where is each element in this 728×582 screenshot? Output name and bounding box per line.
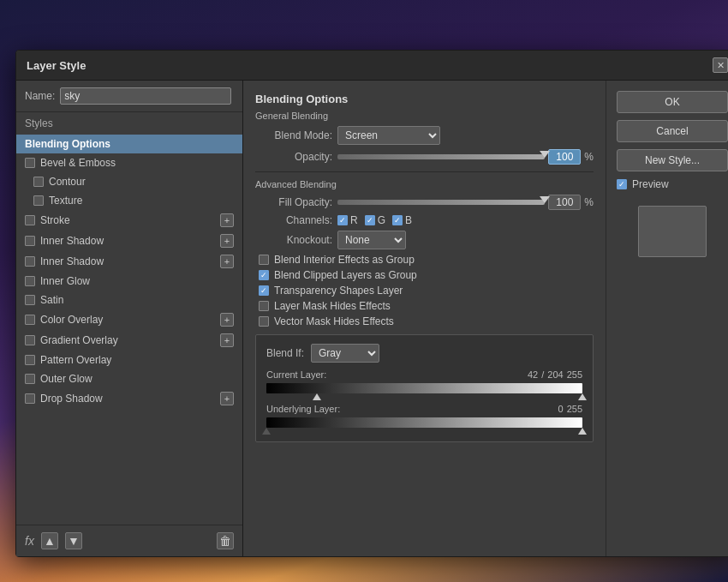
name-input[interactable]	[60, 87, 231, 105]
current-layer-handle-right	[578, 393, 587, 400]
color-overlay-add-button[interactable]: +	[220, 313, 234, 327]
inner-shadow-1-label: Inner Shadow	[40, 235, 104, 247]
blend-if-label: Blend If:	[266, 347, 304, 359]
outer-glow-label: Outer Glow	[40, 373, 92, 385]
underlying-layer-slider[interactable]	[266, 417, 582, 431]
inner-shadow-1-checkbox[interactable]	[25, 236, 35, 246]
vector-mask-checkbox[interactable]	[259, 316, 269, 327]
opacity-thumb	[540, 151, 550, 158]
name-label: Name:	[25, 90, 55, 102]
inner-shadow-1-add-button[interactable]: +	[220, 234, 234, 248]
delete-button[interactable]: 🗑	[217, 532, 234, 549]
blend-interior-checkbox[interactable]	[259, 255, 269, 265]
contour-checkbox[interactable]	[33, 177, 44, 187]
layer-mask-checkbox[interactable]	[259, 301, 269, 311]
channel-b-checkbox[interactable]	[392, 215, 403, 225]
current-layer-slider[interactable]	[266, 383, 582, 397]
styles-list: Blending Options Bevel & Emboss Contour …	[16, 133, 242, 525]
channel-r-item: R	[337, 214, 358, 226]
drop-shadow-checkbox[interactable]	[25, 393, 35, 404]
channel-r-label: R	[350, 214, 358, 226]
texture-checkbox[interactable]	[33, 195, 44, 206]
sidebar-item-texture[interactable]: Texture	[16, 191, 242, 210]
stroke-add-button[interactable]: +	[220, 213, 234, 227]
outer-glow-checkbox[interactable]	[25, 374, 35, 384]
move-up-button[interactable]: ▲	[41, 532, 58, 549]
sidebar-item-inner-glow[interactable]: Inner Glow	[16, 272, 242, 291]
gradient-overlay-checkbox[interactable]	[25, 335, 35, 345]
current-layer-val3: 255	[567, 369, 582, 380]
blend-if-row: Blend If: Gray Red Green Blue	[266, 344, 582, 363]
sidebar-item-contour[interactable]: Contour	[16, 172, 242, 191]
sidebar-item-blending-options[interactable]: Blending Options	[16, 135, 242, 153]
preview-checkbox[interactable]	[617, 179, 627, 189]
sidebar-item-outer-glow[interactable]: Outer Glow	[16, 369, 242, 388]
current-layer-label: Current Layer:	[266, 369, 326, 380]
inner-shadow-2-label: Inner Shadow	[40, 255, 104, 267]
satin-checkbox[interactable]	[25, 295, 35, 305]
fill-opacity-input[interactable]	[548, 195, 581, 210]
current-layer-gradient-bar	[266, 383, 582, 393]
sidebar-item-drop-shadow[interactable]: Drop Shadow +	[16, 388, 242, 409]
cancel-button[interactable]: Cancel	[617, 120, 728, 142]
gradient-overlay-add-button[interactable]: +	[220, 333, 234, 347]
opacity-input[interactable]	[548, 149, 581, 165]
current-layer-val1: 42	[528, 369, 538, 380]
move-down-button[interactable]: ▼	[65, 532, 82, 549]
divider-1	[255, 171, 594, 172]
channel-b-label: B	[405, 214, 412, 226]
blend-mode-row: Blend Mode: Screen Normal Multiply Overl…	[255, 126, 594, 145]
blending-options-title: Blending Options	[255, 93, 594, 105]
layer-style-dialog: Layer Style ✕ Name: Styles Blending Opti…	[15, 50, 728, 557]
channel-g-checkbox[interactable]	[365, 215, 375, 225]
preview-row: Preview	[617, 178, 728, 190]
opacity-slider[interactable]	[337, 154, 545, 159]
knockout-select[interactable]: None Shallow Deep	[337, 231, 406, 249]
transparency-shapes-label: Transparency Shapes Layer	[274, 285, 403, 297]
sidebar-item-stroke[interactable]: Stroke +	[16, 210, 242, 231]
inner-glow-checkbox[interactable]	[25, 276, 35, 286]
channel-r-checkbox[interactable]	[337, 215, 348, 225]
sidebar-item-inner-shadow-2[interactable]: Inner Shadow +	[16, 251, 242, 272]
contour-label: Contour	[49, 176, 86, 188]
stroke-checkbox[interactable]	[25, 215, 35, 225]
underlying-handle-right	[578, 428, 587, 435]
sidebar-item-inner-shadow-1[interactable]: Inner Shadow +	[16, 231, 242, 251]
close-button[interactable]: ✕	[713, 57, 728, 73]
inner-shadow-2-add-button[interactable]: +	[220, 255, 234, 268]
ok-button[interactable]: OK	[617, 91, 728, 113]
blend-interior-row: Blend Interior Effects as Group	[255, 254, 594, 266]
transparency-shapes-checkbox[interactable]	[259, 285, 269, 296]
sidebar-item-satin[interactable]: Satin	[16, 291, 242, 309]
bevel-emboss-checkbox[interactable]	[25, 158, 35, 168]
sidebar-item-gradient-overlay[interactable]: Gradient Overlay +	[16, 330, 242, 351]
sidebar-item-color-overlay[interactable]: Color Overlay +	[16, 309, 242, 330]
blending-options-label: Blending Options	[25, 138, 110, 150]
drop-shadow-add-button[interactable]: +	[220, 392, 234, 405]
blend-if-select[interactable]: Gray Red Green Blue	[311, 344, 379, 363]
pattern-overlay-label: Pattern Overlay	[40, 354, 111, 366]
blend-mode-select[interactable]: Screen Normal Multiply Overlay	[337, 126, 440, 145]
channel-b-item: B	[392, 214, 412, 226]
fill-opacity-slider[interactable]	[337, 200, 545, 205]
right-panel: OK Cancel New Style... Preview	[606, 81, 728, 556]
new-style-button[interactable]: New Style...	[617, 149, 728, 171]
fill-opacity-row: Fill Opacity: %	[255, 195, 594, 210]
underlying-layer-values: 0 255	[558, 404, 582, 414]
opacity-row: Opacity: %	[255, 149, 594, 165]
inner-shadow-2-checkbox[interactable]	[25, 256, 35, 267]
dialog-title: Layer Style	[27, 59, 86, 72]
pattern-overlay-checkbox[interactable]	[25, 355, 35, 365]
current-layer-values: 42 / 204 255	[528, 369, 582, 380]
texture-label: Texture	[49, 195, 82, 207]
color-overlay-checkbox[interactable]	[25, 315, 35, 325]
underlying-layer-label: Underlying Layer:	[266, 404, 340, 414]
opacity-label: Opacity:	[255, 151, 332, 163]
fill-opacity-thumb	[540, 196, 550, 203]
blend-clipped-checkbox[interactable]	[259, 270, 269, 280]
sidebar-item-pattern-overlay[interactable]: Pattern Overlay	[16, 351, 242, 369]
vector-mask-label: Vector Mask Hides Effects	[274, 315, 394, 327]
sidebar-item-bevel-emboss[interactable]: Bevel & Emboss	[16, 153, 242, 172]
current-layer-handle-left	[313, 393, 321, 400]
vector-mask-row: Vector Mask Hides Effects	[255, 315, 594, 327]
